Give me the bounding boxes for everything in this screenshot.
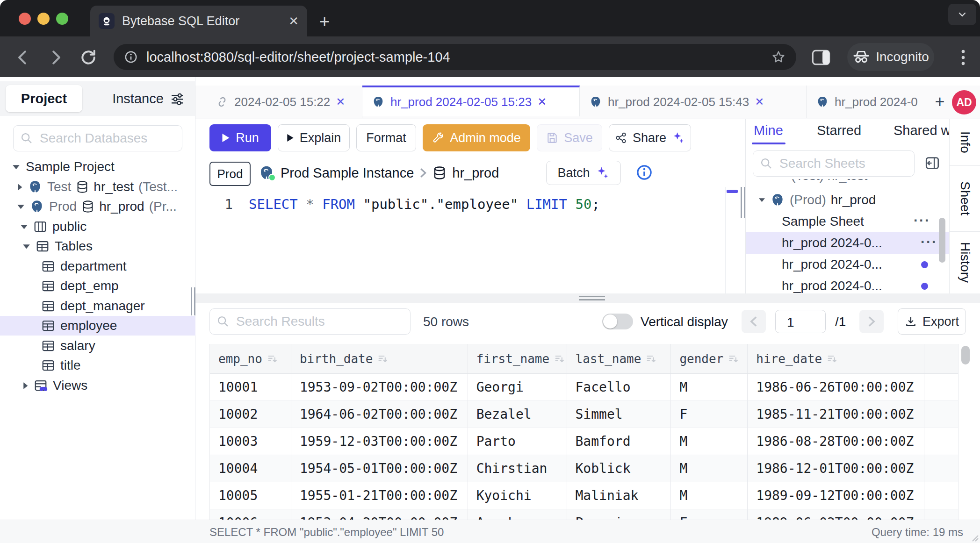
format-button[interactable]: Format: [356, 124, 416, 151]
tree-item-table-salary[interactable]: salary: [0, 336, 195, 356]
tree-item-project[interactable]: Sample Project: [0, 157, 195, 177]
window-minimize-button[interactable]: [37, 13, 50, 25]
sort-icon[interactable]: [827, 353, 838, 364]
sheet-menu-icon[interactable]: ···: [914, 213, 930, 229]
address-bar[interactable]: localhost:8080/sql-editor/sheet/project-…: [114, 44, 796, 70]
table-scrollbar[interactable]: [961, 346, 970, 364]
table-row[interactable]: 10005 1955-01-21T00:00:00Z Kyoichi Malin…: [210, 482, 958, 509]
sheet-item[interactable]: Sample Sheet ···: [746, 211, 942, 232]
tree-item-table-dept-emp[interactable]: dept_emp: [0, 276, 195, 296]
tree-item-env-test[interactable]: Test hr_test (Test...: [0, 177, 195, 197]
side-panel-icon[interactable]: [812, 50, 830, 65]
column-header[interactable]: emp_no: [210, 344, 291, 374]
results-search-input[interactable]: [235, 314, 404, 329]
database-name[interactable]: hr_prod: [452, 165, 499, 181]
resize-grip-icon[interactable]: [970, 533, 979, 542]
page-number-input[interactable]: [786, 314, 825, 330]
side-tab-sheet[interactable]: Sheet: [950, 166, 980, 232]
sheet-group-partial[interactable]: (Test) hr_test: [746, 179, 942, 186]
sql-editor[interactable]: 1 SELECT * FROM "public"."employee" LIMI…: [195, 187, 725, 293]
table-row[interactable]: 10003 1959-12-03T00:00:00Z Parto Bamford…: [210, 428, 958, 455]
window-close-button[interactable]: [19, 13, 31, 25]
prev-page-button[interactable]: [742, 310, 766, 333]
save-button[interactable]: Save: [537, 124, 602, 151]
browser-tab[interactable]: Bytebase SQL Editor ✕: [90, 6, 307, 36]
database-search[interactable]: [13, 125, 182, 151]
export-button[interactable]: Export: [898, 308, 966, 335]
table-row[interactable]: 10004 1954-05-01T00:00:00Z Chirstian Kob…: [210, 455, 958, 482]
tree-item-table-title[interactable]: title: [0, 356, 195, 375]
sheet-item-partial[interactable]: hr_prod 2024-0...: [746, 275, 942, 293]
sheet-search[interactable]: [753, 150, 915, 177]
browser-tab-close-icon[interactable]: ✕: [288, 14, 299, 29]
column-header[interactable]: birth_date: [291, 344, 468, 374]
tab-shared[interactable]: Shared w: [894, 123, 949, 138]
sheet-list-scrollbar[interactable]: [939, 218, 945, 263]
user-avatar[interactable]: AD: [952, 90, 976, 114]
tab-search-button[interactable]: [948, 4, 976, 25]
back-button[interactable]: [14, 49, 32, 66]
sheet-tab-1[interactable]: 2024-02-05 15:22 ✕: [206, 86, 362, 118]
sheet-group-prod[interactable]: (Prod) hr_prod: [746, 189, 942, 211]
column-header[interactable]: last_name: [567, 344, 671, 374]
column-header[interactable]: gender: [671, 344, 748, 374]
share-button[interactable]: Share: [609, 124, 691, 151]
side-tab-history[interactable]: History: [950, 232, 980, 293]
tree-item-table-department[interactable]: department: [0, 257, 195, 276]
new-tab-button[interactable]: +: [314, 11, 335, 32]
editor-minimap[interactable]: [725, 187, 738, 293]
sort-icon[interactable]: [377, 353, 389, 364]
tab-starred[interactable]: Starred: [817, 123, 861, 138]
forward-button[interactable]: [47, 49, 65, 66]
instance-name[interactable]: Prod Sample Instance: [281, 165, 414, 181]
sidebar-resize-handle[interactable]: [191, 287, 195, 315]
tree-item-table-employee[interactable]: employee: [0, 316, 195, 336]
close-icon[interactable]: ✕: [336, 95, 345, 108]
side-tab-info[interactable]: Info: [950, 119, 980, 166]
sheet-menu-icon[interactable]: ···: [921, 234, 937, 250]
column-header[interactable]: first_name: [468, 344, 567, 374]
table-row[interactable]: 10002 1964-06-02T00:00:00Z Bezalel Simme…: [210, 401, 958, 428]
batch-button[interactable]: Batch: [546, 161, 621, 185]
column-header[interactable]: hire_date: [748, 344, 924, 374]
close-icon[interactable]: ✕: [755, 95, 764, 108]
window-zoom-button[interactable]: [56, 13, 68, 25]
sheet-tab-3[interactable]: hr_prod 2024-02-05 15:43 ✕: [580, 86, 807, 118]
table-row-partial[interactable]: 10006 1953-04-20T00:00:00Z Anneke Preusi…: [210, 509, 958, 520]
sort-icon[interactable]: [728, 353, 739, 364]
tree-item-views-group[interactable]: Views: [0, 376, 195, 395]
database-search-input[interactable]: [39, 130, 175, 146]
sort-icon[interactable]: [554, 353, 565, 364]
sheet-item-selected[interactable]: hr_prod 2024-0... ···: [746, 232, 949, 254]
new-sheet-button[interactable]: +: [930, 91, 950, 113]
close-icon[interactable]: ✕: [537, 95, 547, 108]
sheet-item[interactable]: hr_prod 2024-0...: [746, 254, 942, 275]
tab-mine[interactable]: Mine: [754, 123, 783, 138]
vertical-display-toggle[interactable]: [602, 314, 633, 329]
panel-resize-handle[interactable]: [741, 187, 746, 218]
collapse-panel-icon[interactable]: [924, 155, 940, 171]
run-button[interactable]: Run: [209, 124, 271, 151]
table-row[interactable]: 10001 1953-09-02T00:00:00Z Georgi Facell…: [210, 374, 958, 401]
sheet-tab-2-active[interactable]: hr_prod 2024-02-05 15:23 ✕: [362, 86, 580, 116]
next-page-button[interactable]: [859, 310, 884, 333]
browser-menu-icon[interactable]: [954, 48, 973, 67]
sort-icon[interactable]: [646, 353, 657, 364]
sidebar-settings-icon[interactable]: [169, 91, 185, 106]
reload-button[interactable]: [79, 49, 97, 66]
tree-item-table-dept-manager[interactable]: dept_manager: [0, 296, 195, 316]
tab-project[interactable]: Project: [6, 85, 82, 112]
page-number-field[interactable]: [775, 310, 826, 333]
explain-button[interactable]: Explain: [278, 124, 350, 151]
site-info-icon[interactable]: [124, 50, 138, 64]
sort-icon[interactable]: [267, 353, 278, 364]
sheet-search-input[interactable]: [778, 156, 908, 171]
connection-info-icon[interactable]: [636, 164, 653, 181]
results-search[interactable]: [209, 308, 411, 335]
sheet-tab-4[interactable]: hr_prod 2024-0: [807, 86, 929, 118]
admin-mode-button[interactable]: Admin mode: [423, 124, 530, 151]
tree-item-env-prod[interactable]: Prod hr_prod (Pr...: [0, 197, 195, 216]
tree-item-tables-group[interactable]: Tables: [0, 236, 195, 256]
bookmark-star-icon[interactable]: [771, 50, 786, 64]
tree-item-schema-public[interactable]: public: [0, 217, 195, 236]
